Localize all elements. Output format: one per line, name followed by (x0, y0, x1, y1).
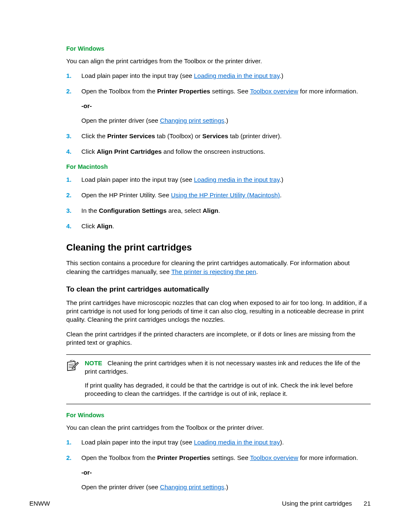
mac-step-3: 3. In the Configuration Settings area, s… (66, 206, 371, 215)
heading-cleaning: Cleaning the print cartridges (66, 242, 371, 253)
win1-steps: 1. Load plain paper into the input tray … (66, 71, 371, 156)
note-icon (66, 359, 79, 400)
heading-clean-auto: To clean the print cartridges automatica… (66, 285, 371, 294)
svg-line-1 (69, 364, 74, 364)
win2-step-2: 2. Open the Toolbox from the Printer Pro… (66, 453, 371, 491)
mac-step-4: 4. Click Align. (66, 222, 371, 230)
link-loading-media-2[interactable]: Loading media in the input tray (194, 176, 280, 183)
clean-intro: This section contains a procedure for cl… (66, 259, 371, 276)
link-changing-settings-1[interactable]: Changing print settings (160, 117, 224, 124)
mac-step-1: 1. Load plain paper into the input tray … (66, 175, 371, 184)
link-loading-media-3[interactable]: Loading media in the input tray (194, 439, 280, 446)
clean-p2: Clean the print cartridges if the printe… (66, 330, 371, 347)
win1-step-4: 4. Click Align Print Cartridges and foll… (66, 147, 371, 156)
mac-step-2: 2. Open the HP Printer Utility. See Usin… (66, 191, 371, 199)
win2-step-1: 1. Load plain paper into the input tray … (66, 438, 371, 447)
win2-intro: You can clean the print cartridges from … (66, 424, 371, 432)
footer-section: Using the print cartridges (282, 500, 352, 507)
svg-line-3 (69, 367, 72, 368)
heading-for-windows-1: For Windows (66, 45, 371, 52)
win2-steps: 1. Load plain paper into the input tray … (66, 438, 371, 491)
heading-for-macintosh: For Macintosh (66, 163, 371, 170)
link-hp-printer-utility[interactable]: Using the HP Printer Utility (Macintosh) (171, 191, 280, 199)
footer-page-number: 21 (364, 500, 371, 507)
page-content: For Windows You can align the print cart… (0, 0, 400, 532)
win1-step-3: 3. Click the Printer Services tab (Toolb… (66, 132, 371, 140)
page-footer: ENWW Using the print cartridges 21 (29, 500, 371, 507)
link-toolbox-overview-2[interactable]: Toolbox overview (250, 454, 298, 461)
heading-for-windows-2: For Windows (66, 412, 371, 418)
svg-line-2 (69, 366, 74, 366)
win1-step-2: 2. Open the Toolbox from the Printer Pro… (66, 87, 371, 125)
link-loading-media-1[interactable]: Loading media in the input tray (194, 72, 280, 79)
clean-p1: The print cartridges have microscopic no… (66, 299, 371, 324)
win1-step-1: 1. Load plain paper into the input tray … (66, 71, 371, 80)
note-box: NOTE Cleaning the print cartridges when … (66, 354, 371, 404)
link-rejecting-pen[interactable]: The printer is rejecting the pen (171, 268, 256, 275)
link-changing-settings-2[interactable]: Changing print settings (160, 483, 224, 491)
mac-steps: 1. Load plain paper into the input tray … (66, 175, 371, 230)
footer-left: ENWW (29, 500, 50, 507)
win1-intro: You can align the print cartridges from … (66, 57, 371, 65)
link-toolbox-overview-1[interactable]: Toolbox overview (250, 88, 298, 95)
